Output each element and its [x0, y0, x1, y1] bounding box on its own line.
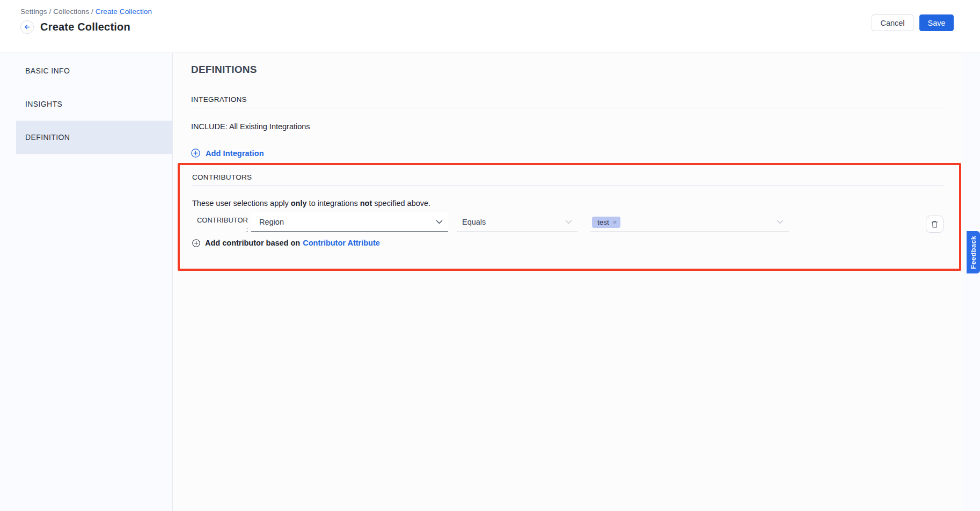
contributors-highlight-box: CONTRIBUTORS These user selections apply… — [178, 163, 961, 271]
circle-plus-icon — [191, 149, 200, 158]
note-text: specified above. — [372, 199, 430, 208]
operator-select[interactable]: Equals — [457, 212, 577, 232]
sidebar-item-basic-info[interactable]: BASIC INFO — [16, 54, 172, 87]
page-header: Settings / Collections / Create Collecti… — [0, 0, 980, 53]
contributors-section-title: CONTRIBUTORS — [192, 173, 944, 181]
contributor-row-label: CONTRIBUTOR : — [192, 212, 248, 234]
contributors-divider — [192, 185, 944, 186]
values-multiselect[interactable]: test × — [590, 212, 789, 232]
contributor-label-colon: : — [192, 225, 248, 234]
tag-remove-icon[interactable]: × — [613, 218, 617, 226]
chevron-down-icon — [777, 220, 784, 225]
note-bold-not: not — [360, 199, 372, 208]
note-text: These user selections apply — [192, 199, 291, 208]
definition-panel: DEFINITIONS INTEGRATIONS INCLUDE: All Ex… — [173, 53, 962, 511]
note-bold-only: only — [291, 199, 307, 208]
arrow-left-icon — [24, 24, 31, 31]
sidebar-item-definition[interactable]: DEFINITION — [16, 121, 172, 154]
contributor-attribute-link[interactable]: Contributor Attribute — [303, 239, 380, 247]
operator-select-value: Equals — [462, 218, 486, 226]
back-button[interactable] — [20, 20, 34, 34]
feedback-tab[interactable]: Feedback — [967, 231, 980, 273]
contributor-rule-row: CONTRIBUTOR : Region Equals — [192, 212, 944, 234]
attribute-select-value: Region — [259, 218, 284, 226]
add-integration-label: Add Integration — [206, 149, 264, 158]
note-text: to integrations — [307, 199, 360, 208]
integrations-section-title: INTEGRATIONS — [191, 95, 944, 103]
add-integration-link[interactable]: Add Integration — [191, 149, 944, 158]
add-contributor-prefix: Add contributor based on — [205, 239, 300, 247]
settings-sidebar: BASIC INFO INSIGHTS DEFINITION — [0, 53, 173, 511]
breadcrumb-current: Create Collection — [96, 8, 152, 16]
page-title: Create Collection — [40, 21, 130, 33]
chevron-down-icon — [565, 220, 572, 225]
chevron-down-icon — [436, 220, 443, 225]
definitions-heading: DEFINITIONS — [191, 64, 944, 76]
contributors-note: These user selections apply only to inte… — [192, 199, 944, 208]
sidebar-item-insights[interactable]: INSIGHTS — [16, 87, 172, 121]
breadcrumb-parents[interactable]: Settings / Collections / — [20, 8, 96, 16]
integrations-divider — [191, 108, 944, 108]
page-background-strip — [962, 53, 980, 511]
breadcrumb: Settings / Collections / Create Collecti… — [20, 8, 954, 16]
delete-contributor-button[interactable] — [926, 216, 944, 233]
add-contributor-row: Add contributor based on Contributor Att… — [192, 239, 944, 247]
cancel-button[interactable]: Cancel — [872, 14, 913, 31]
value-tag-label: test — [597, 218, 609, 226]
contributor-label-text: CONTRIBUTOR — [192, 216, 248, 225]
save-button[interactable]: Save — [919, 14, 954, 31]
attribute-select[interactable]: Region — [251, 212, 448, 232]
circle-plus-icon — [192, 239, 200, 247]
trash-icon — [931, 220, 939, 228]
value-tag: test × — [592, 217, 620, 228]
integrations-include-text: INCLUDE: All Existing Integrations — [191, 122, 944, 131]
